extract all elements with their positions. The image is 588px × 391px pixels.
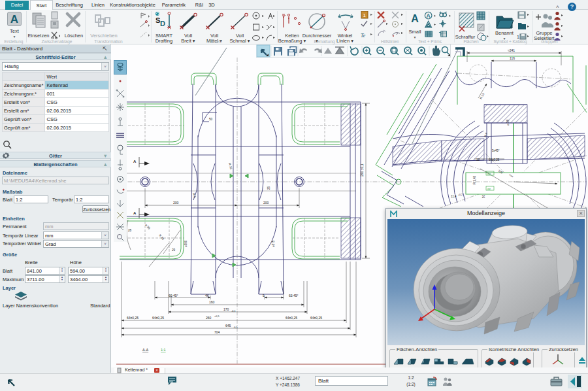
svg-text:A: A [133,160,137,163]
svg-text:5: 5 [263,294,265,298]
svg-text:1:1: 1:1 [161,348,166,352]
svg-text:200: 200 [263,201,269,205]
svg-text:64±0,25: 64±0,25 [286,316,297,320]
svg-text:⌀390: ⌀390 [184,240,188,247]
svg-text:1: 1 [517,35,519,39]
svg-text:4K: 4K [205,294,210,298]
svg-text:170: 170 [223,307,229,311]
svg-text:⌀⌀: ⌀⌀ [487,172,491,175]
svg-text:10: 10 [476,158,480,162]
svg-text:R 13: R 13 [479,92,485,99]
svg-text:⌀ 38: ⌀ 38 [506,120,510,126]
svg-text:-0,5: -0,5 [233,326,238,329]
svg-text:60:45°: 60:45° [169,294,178,298]
svg-text:⌀375: ⌀375 [272,240,275,247]
svg-text:160: 160 [209,300,215,304]
svg-text:64±0,25: 64±0,25 [127,316,139,320]
svg-text:64±0,25: 64±0,25 [152,316,164,320]
svg-text:29: 29 [172,248,176,252]
svg-text:Δ-Δ: Δ-Δ [142,348,149,352]
svg-text:200: 200 [173,201,179,205]
svg-text:R 28: R 28 [158,233,165,241]
svg-text:A: A [133,211,137,215]
svg-text:66±0,25: 66±0,25 [489,158,500,162]
svg-text:50: 50 [482,194,485,198]
svg-text:28: 28 [128,229,132,232]
svg-text:Te: Te [361,33,366,39]
svg-text:290 ±0,1: 290 ±0,1 [360,163,364,177]
svg-text:116: 116 [510,56,515,60]
svg-text:11,4: 11,4 [451,195,457,198]
svg-text:R 5: R 5 [192,193,197,199]
svg-text:R 1,40: R 1,40 [473,175,476,184]
svg-text:⌀ 38: ⌀ 38 [144,223,151,230]
svg-text:1: 1 [363,12,367,18]
svg-text:63:45°: 63:45° [289,294,299,298]
svg-text:25: 25 [267,186,270,190]
svg-text:645: 645 [225,324,231,328]
svg-text:R 16: R 16 [228,163,233,170]
svg-text:+0,5: +0,5 [214,315,220,318]
svg-text:64±0,25: 64±0,25 [310,316,322,320]
svg-text:⌀⌀: ⌀⌀ [487,187,491,190]
svg-text:260: 260 [206,316,212,320]
svg-text:+0,2: +0,2 [458,194,463,196]
svg-text:≈241: ≈241 [508,48,515,52]
svg-text:A: A [427,12,431,19]
svg-text:704: 704 [214,330,220,334]
svg-text:-0,1: -0,1 [231,310,236,313]
svg-text:D: D [160,20,165,27]
svg-text:5x45°: 5x45° [492,149,500,152]
svg-text:50: 50 [209,118,213,121]
